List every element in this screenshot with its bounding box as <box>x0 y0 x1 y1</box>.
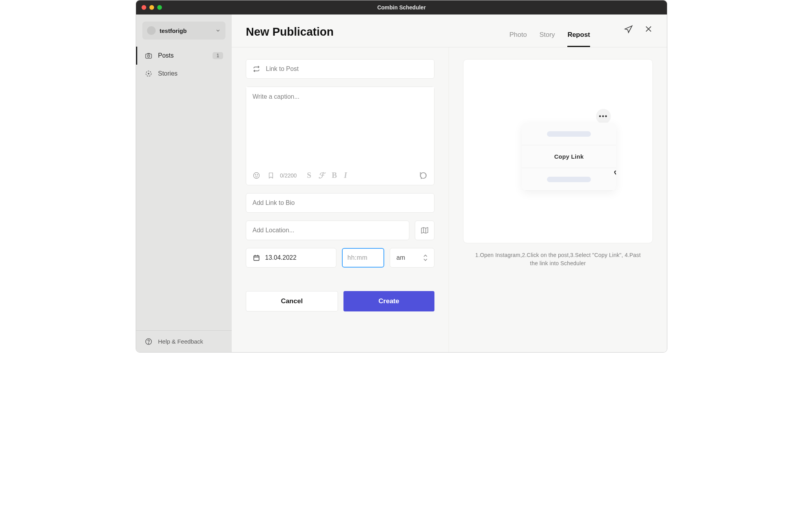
traffic-lights <box>136 5 162 10</box>
format-script[interactable]: ℱ <box>318 171 325 180</box>
tab-photo[interactable]: Photo <box>509 31 527 47</box>
format-italic[interactable]: I <box>344 171 347 180</box>
tab-story[interactable]: Story <box>540 31 555 47</box>
map-button[interactable] <box>415 221 434 240</box>
account-name: testforigb <box>160 27 211 34</box>
chevron-down-icon <box>215 28 221 33</box>
emoji-icon[interactable] <box>253 172 260 179</box>
svg-point-3 <box>148 73 149 74</box>
location-row <box>246 221 434 240</box>
ampm-field[interactable]: am <box>390 248 434 268</box>
minimize-window-button[interactable] <box>149 5 154 10</box>
tab-repost[interactable]: Repost <box>567 31 590 47</box>
close-icon[interactable] <box>644 25 653 34</box>
link-to-bio-field[interactable] <box>246 193 434 213</box>
svg-point-1 <box>147 55 149 57</box>
sidebar-item-posts[interactable]: Posts 1 <box>136 47 232 65</box>
placeholder-bar <box>547 177 591 182</box>
action-buttons: Cancel Create <box>246 291 434 311</box>
avatar <box>147 26 156 35</box>
maximize-window-button[interactable] <box>157 5 162 10</box>
svg-point-9 <box>255 175 256 176</box>
titlebar: Combin Scheduler <box>136 0 667 14</box>
caption-textarea[interactable] <box>246 87 434 166</box>
send-icon[interactable] <box>624 25 633 34</box>
date-value: 13.04.2022 <box>265 254 296 261</box>
format-bold[interactable]: B <box>332 171 337 180</box>
stories-icon <box>145 70 153 78</box>
sidebar-item-stories[interactable]: Stories <box>136 65 232 83</box>
nav-label: Stories <box>158 70 223 77</box>
main: New Publication Photo Story Repost <box>232 14 667 352</box>
time-input[interactable] <box>347 254 379 261</box>
bookmark-icon[interactable] <box>267 172 274 179</box>
help-icon <box>145 338 153 346</box>
svg-point-8 <box>254 173 260 179</box>
stepper-icon[interactable] <box>423 254 428 261</box>
create-button[interactable]: Create <box>343 291 435 311</box>
char-counter: 0/2200 <box>280 172 297 179</box>
format-buttons: S ℱ B I <box>307 171 347 180</box>
help-label: Help & Feedback <box>158 338 203 345</box>
header: New Publication Photo Story Repost <box>232 14 667 47</box>
window: Combin Scheduler testforigb Posts 1 <box>136 0 667 353</box>
svg-rect-11 <box>254 256 259 261</box>
close-window-button[interactable] <box>142 5 146 10</box>
caption-toolbar: 0/2200 S ℱ B I <box>246 166 434 185</box>
caption-box: 0/2200 S ℱ B I <box>246 87 434 185</box>
form-column: 0/2200 S ℱ B I <box>232 47 449 352</box>
header-actions <box>624 25 653 34</box>
badge: 1 <box>213 52 223 59</box>
content: 0/2200 S ℱ B I <box>232 47 667 352</box>
preview-column: ••• Copy Link 1.Open Instagram,2.Click o… <box>449 47 667 352</box>
svg-point-10 <box>257 175 258 176</box>
copy-link-label: Copy Link <box>554 153 583 160</box>
nav-label: Posts <box>158 52 207 59</box>
page-title: New Publication <box>246 25 334 47</box>
svg-point-5 <box>148 343 149 343</box>
nav: Posts 1 Stories <box>136 43 232 330</box>
ampm-value: am <box>396 254 405 261</box>
calendar-icon <box>253 254 260 262</box>
menu-mock: Copy Link <box>522 123 616 191</box>
date-field[interactable]: 13.04.2022 <box>246 248 336 268</box>
schedule-row: 13.04.2022 am <box>246 248 434 268</box>
location-field[interactable] <box>246 221 409 240</box>
window-title: Combin Scheduler <box>136 4 667 11</box>
comment-icon[interactable] <box>419 171 428 180</box>
link-to-post-field[interactable] <box>246 59 434 79</box>
sidebar: testforigb Posts 1 Stories <box>136 14 232 352</box>
account-switcher[interactable]: testforigb <box>142 22 225 40</box>
preview-card: ••• Copy Link <box>463 59 653 243</box>
location-input[interactable] <box>253 227 403 234</box>
help-feedback-button[interactable]: Help & Feedback <box>136 330 232 352</box>
svg-rect-0 <box>146 54 152 58</box>
link-to-bio-input[interactable] <box>253 199 428 206</box>
camera-icon <box>145 52 153 60</box>
time-field[interactable] <box>342 248 384 268</box>
body: testforigb Posts 1 Stories <box>136 14 667 352</box>
cancel-button[interactable]: Cancel <box>246 291 338 311</box>
link-to-post-input[interactable] <box>266 65 428 72</box>
instructions: 1.Open Instagram,2.Click on the post,3.S… <box>472 251 644 268</box>
more-icon: ••• <box>596 109 611 124</box>
placeholder-bar <box>547 131 591 137</box>
repost-icon <box>253 65 260 73</box>
format-s[interactable]: S <box>307 171 311 180</box>
